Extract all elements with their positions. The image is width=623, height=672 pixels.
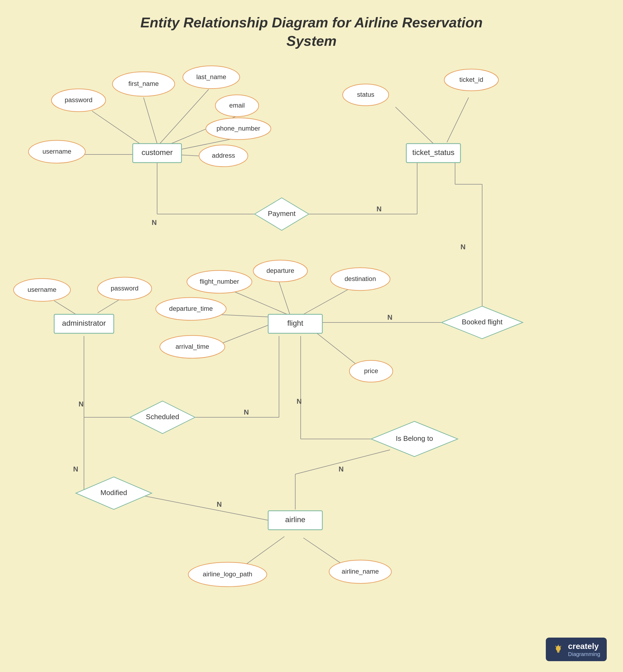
attr-username-customer-label: username bbox=[42, 148, 71, 155]
bulb-icon bbox=[552, 644, 564, 655]
entity-customer-label: customer bbox=[141, 148, 173, 156]
entity-airline-label: airline bbox=[285, 516, 305, 524]
attr-phone-label: phone_number bbox=[216, 125, 260, 132]
attr-last-name bbox=[183, 66, 240, 89]
logo-subtext: Diagramming bbox=[568, 651, 600, 658]
attr-email-label: email bbox=[229, 101, 245, 109]
svg-line-2 bbox=[168, 117, 236, 145]
attr-password-customer-label: password bbox=[65, 96, 93, 104]
svg-text:N: N bbox=[338, 465, 344, 473]
svg-line-7 bbox=[395, 107, 434, 144]
svg-line-5 bbox=[92, 111, 148, 149]
relationship-is-belong-to bbox=[371, 421, 458, 457]
page-title: Entity Relationship Diagram for Airline … bbox=[0, 0, 623, 58]
svg-line-0 bbox=[144, 97, 157, 144]
entity-flight-label: flight bbox=[287, 319, 303, 327]
svg-rect-51 bbox=[557, 652, 559, 653]
attr-password-admin-label: password bbox=[111, 285, 139, 292]
relationship-payment-label: Payment bbox=[268, 209, 296, 217]
entity-administrator-label: administrator bbox=[62, 319, 106, 327]
svg-text:N: N bbox=[79, 400, 84, 408]
svg-line-39 bbox=[295, 450, 390, 474]
attr-address-label: address bbox=[212, 152, 235, 159]
svg-line-27 bbox=[54, 301, 76, 314]
attr-ticket-id-label: ticket_id bbox=[459, 76, 483, 83]
relationship-modified-label: Modified bbox=[100, 489, 127, 497]
svg-text:N: N bbox=[387, 313, 392, 321]
attr-departure-time-label: departure_time bbox=[169, 305, 213, 312]
attr-arrival-time bbox=[160, 335, 225, 358]
relationship-scheduled-label: Scheduled bbox=[146, 413, 179, 421]
attr-status bbox=[343, 84, 389, 106]
attr-password-admin bbox=[97, 277, 152, 300]
attr-first-name bbox=[112, 72, 175, 96]
logo-text: creately bbox=[568, 641, 600, 651]
attr-username-admin bbox=[13, 279, 70, 301]
svg-line-8 bbox=[447, 97, 469, 142]
attr-departure bbox=[253, 260, 307, 282]
svg-line-24 bbox=[214, 314, 271, 317]
attr-first-name-label: first_name bbox=[128, 80, 159, 87]
attr-last-name-label: last_name bbox=[197, 73, 227, 81]
attr-address bbox=[199, 145, 248, 167]
svg-line-4 bbox=[172, 154, 222, 157]
svg-text:N: N bbox=[244, 408, 249, 416]
svg-text:N: N bbox=[297, 397, 302, 405]
relationship-is-belong-to-label: Is Belong to bbox=[396, 434, 433, 442]
attr-username-admin-label: username bbox=[28, 286, 57, 293]
svg-text:N: N bbox=[461, 243, 466, 251]
attr-status-label: status bbox=[357, 91, 374, 98]
attr-price-label: price bbox=[364, 367, 378, 375]
svg-text:N: N bbox=[217, 500, 222, 508]
svg-line-46 bbox=[236, 536, 285, 572]
entity-ticket-status-label: ticket_status bbox=[412, 148, 454, 156]
svg-line-28 bbox=[97, 298, 122, 313]
svg-line-23 bbox=[303, 287, 352, 314]
svg-line-26 bbox=[317, 333, 368, 374]
attr-airline-name-label: airline_name bbox=[342, 568, 379, 575]
relationship-booked-flight-label: Booked flight bbox=[462, 318, 503, 326]
svg-line-1 bbox=[160, 89, 209, 144]
entity-ticket-status bbox=[406, 144, 461, 163]
svg-line-21 bbox=[230, 290, 287, 314]
attr-departure-time bbox=[156, 297, 226, 320]
entity-flight bbox=[268, 314, 322, 333]
attr-airline-logo-path-label: airline_logo_path bbox=[203, 571, 253, 578]
attr-airline-name bbox=[329, 560, 391, 583]
svg-text:N: N bbox=[377, 205, 382, 213]
attr-departure-label: departure bbox=[267, 267, 294, 274]
svg-line-54 bbox=[556, 646, 556, 646]
attr-username-customer bbox=[28, 140, 85, 163]
svg-line-3 bbox=[169, 138, 236, 152]
attr-destination-label: destination bbox=[345, 275, 376, 282]
svg-text:N: N bbox=[73, 465, 78, 473]
svg-line-47 bbox=[303, 538, 349, 569]
attr-password-customer bbox=[52, 89, 106, 112]
attr-ticket-id bbox=[444, 69, 498, 91]
attr-price bbox=[349, 360, 393, 382]
relationship-modified bbox=[76, 477, 152, 509]
attr-phone bbox=[206, 118, 271, 140]
attr-airline-logo-path bbox=[188, 562, 267, 587]
attr-arrival-time-label: arrival_time bbox=[176, 343, 209, 350]
svg-rect-50 bbox=[557, 651, 560, 652]
attr-flight-number-label: flight_number bbox=[200, 278, 239, 285]
logo-area: creately Diagramming bbox=[546, 638, 607, 661]
entity-administrator bbox=[54, 314, 114, 333]
svg-text:N: N bbox=[152, 218, 157, 227]
relationship-payment bbox=[255, 198, 309, 230]
svg-line-44 bbox=[130, 493, 268, 520]
attr-email bbox=[215, 95, 259, 117]
entity-airline bbox=[268, 511, 322, 530]
relationship-booked-flight bbox=[442, 306, 523, 339]
svg-point-49 bbox=[556, 646, 561, 651]
attr-destination bbox=[330, 268, 390, 290]
svg-line-25 bbox=[206, 325, 268, 350]
svg-line-22 bbox=[279, 282, 290, 314]
svg-line-53 bbox=[560, 646, 561, 646]
attr-flight-number bbox=[187, 270, 252, 293]
entity-customer bbox=[133, 144, 181, 163]
relationship-scheduled bbox=[130, 401, 195, 434]
